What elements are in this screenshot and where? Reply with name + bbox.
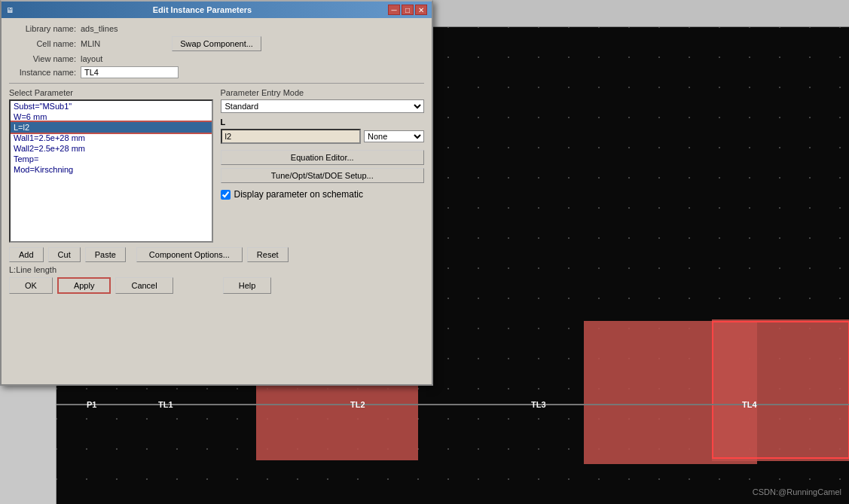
reset-button[interactable]: Reset bbox=[247, 247, 289, 262]
tl3-label: TL3 bbox=[531, 400, 546, 409]
paste-button[interactable]: Paste bbox=[85, 247, 126, 262]
tl4-outline bbox=[712, 321, 849, 459]
dialog-window: 🖥 Edit Instance Parameters ─ □ ✕ Library… bbox=[0, 0, 433, 386]
instance-row: Instance name: bbox=[9, 66, 424, 78]
param-item-2[interactable]: L=l2 bbox=[11, 122, 212, 133]
display-schematic-row: Display parameter on schematic bbox=[221, 189, 425, 200]
cell-label: Cell name: bbox=[9, 39, 81, 48]
library-label: Library name: bbox=[9, 24, 81, 33]
param-entry-section: Parameter Entry Mode Standard Advanced E… bbox=[221, 88, 425, 243]
tune-setup-button[interactable]: Tune/Opt/Stat/DOE Setup... bbox=[221, 168, 425, 183]
bottom-row-2: OK Apply Cancel Help bbox=[9, 277, 424, 294]
maximize-button[interactable]: □ bbox=[402, 5, 414, 15]
view-label: View name: bbox=[9, 54, 81, 63]
help-button[interactable]: Help bbox=[223, 277, 272, 294]
param-item-5[interactable]: Temp= bbox=[11, 154, 212, 164]
apply-button[interactable]: Apply bbox=[57, 277, 111, 294]
param-entry-label: Parameter Entry Mode bbox=[221, 88, 425, 97]
minimize-button[interactable]: ─ bbox=[388, 5, 400, 15]
view-row: View name: layout bbox=[9, 54, 424, 63]
library-row: Library name: ads_tlines bbox=[9, 24, 424, 33]
bottom-row-1: Add Cut Paste Component Options... Reset bbox=[9, 247, 424, 262]
unit-select[interactable]: None mm cm m mil um bbox=[364, 130, 424, 142]
close-button[interactable]: ✕ bbox=[415, 5, 427, 15]
param-item-4[interactable]: Wall2=2.5e+28 mm bbox=[11, 143, 212, 154]
divider-1 bbox=[9, 83, 424, 84]
tl2-label: TL2 bbox=[350, 400, 365, 409]
param-item-1[interactable]: W=6 mm bbox=[11, 111, 212, 122]
tl1-label: TL1 bbox=[158, 400, 173, 409]
param-item-6[interactable]: Mod=Kirschning bbox=[11, 164, 212, 175]
instance-input[interactable] bbox=[81, 66, 179, 78]
dialog-titlebar: 🖥 Edit Instance Parameters ─ □ ✕ bbox=[2, 2, 432, 18]
dialog-body: Library name: ads_tlines Cell name: MLIN… bbox=[2, 18, 432, 300]
param-entry-mode-select[interactable]: Standard Advanced Equation bbox=[221, 99, 425, 113]
cancel-button[interactable]: Cancel bbox=[115, 277, 173, 294]
select-param-label: Select Parameter bbox=[9, 88, 213, 97]
tl4-label: TL4 bbox=[742, 400, 757, 409]
description-label: L:Line length bbox=[9, 265, 424, 274]
param-value-row: None mm cm m mil um bbox=[221, 129, 425, 144]
cell-row: Cell name: MLIN Swap Component... bbox=[9, 36, 424, 51]
param-name-display: L bbox=[221, 118, 425, 127]
cell-value: MLIN bbox=[81, 39, 100, 48]
ok-button[interactable]: OK bbox=[9, 277, 53, 294]
add-button[interactable]: Add bbox=[9, 247, 44, 262]
component-options-button[interactable]: Component Options... bbox=[136, 247, 243, 262]
select-param-section: Select Parameter Subst="MSub1" W=6 mm L=… bbox=[9, 88, 213, 243]
dialog-title: Edit Instance Parameters bbox=[153, 5, 252, 14]
view-value: layout bbox=[81, 54, 102, 63]
two-col-section: Select Parameter Subst="MSub1" W=6 mm L=… bbox=[9, 88, 424, 243]
display-schematic-checkbox[interactable] bbox=[221, 190, 231, 200]
cut-button[interactable]: Cut bbox=[48, 247, 81, 262]
main-trace bbox=[56, 404, 849, 405]
param-item-3[interactable]: Wall1=2.5e+28 mm bbox=[11, 133, 212, 143]
p1-label: P1 bbox=[87, 400, 96, 409]
instance-label: Instance name: bbox=[9, 68, 81, 77]
watermark: CSDN:@RunningCamel bbox=[753, 487, 841, 496]
library-value: ads_tlines bbox=[81, 24, 118, 33]
display-schematic-label: Display parameter on schematic bbox=[234, 189, 363, 200]
param-value-input[interactable] bbox=[221, 129, 362, 144]
param-listbox[interactable]: Subst="MSub1" W=6 mm L=l2 Wall1=2.5e+28 … bbox=[9, 99, 213, 243]
swap-component-button[interactable]: Swap Component... bbox=[172, 36, 261, 51]
equation-editor-button[interactable]: Equation Editor... bbox=[221, 150, 425, 165]
param-item-0[interactable]: Subst="MSub1" bbox=[11, 101, 212, 111]
